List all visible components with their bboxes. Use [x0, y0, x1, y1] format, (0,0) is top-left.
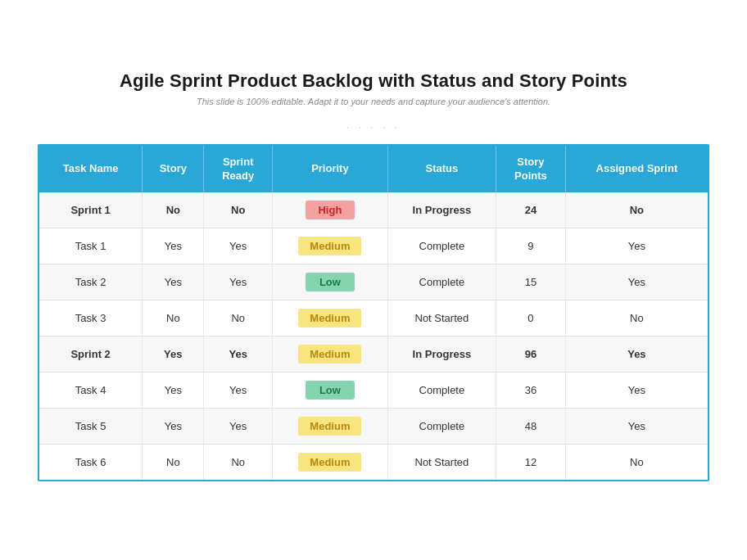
- cell-status: Complete: [387, 228, 496, 264]
- cell-status: Complete: [387, 373, 496, 409]
- table-row: Sprint 1NoNoHighIn Progress24No: [39, 192, 708, 228]
- cell-story-points: 48: [496, 409, 566, 445]
- cell-status: Not Started: [387, 445, 496, 481]
- divider: · · · · ·: [38, 121, 709, 133]
- cell-sprint-ready: No: [204, 300, 273, 336]
- cell-story: No: [143, 300, 204, 336]
- cell-priority: Medium: [273, 228, 388, 264]
- page-title: Agile Sprint Product Backlog with Status…: [38, 70, 709, 92]
- cell-priority: High: [273, 192, 388, 228]
- table-wrapper: Task Name Story SprintReady Priority Sta…: [38, 144, 709, 482]
- cell-task: Task 4: [39, 373, 143, 409]
- table-row: Task 3NoNoMediumNot Started0No: [39, 300, 708, 336]
- cell-status: In Progress: [387, 336, 496, 373]
- cell-story-points: 24: [496, 192, 566, 228]
- col-header-assigned-sprint: Assigned Sprint: [565, 146, 708, 193]
- cell-task: Task 2: [39, 264, 143, 300]
- cell-priority: Medium: [273, 300, 388, 336]
- cell-story: No: [143, 445, 204, 481]
- table-header-row: Task Name Story SprintReady Priority Sta…: [39, 146, 708, 193]
- cell-status: In Progress: [387, 192, 496, 228]
- cell-assigned-sprint: No: [565, 300, 708, 336]
- cell-priority: Medium: [273, 445, 388, 481]
- priority-badge: High: [306, 201, 355, 219]
- cell-assigned-sprint: Yes: [565, 336, 708, 373]
- cell-task: Sprint 2: [39, 336, 143, 373]
- table-row: Sprint 2YesYesMediumIn Progress96Yes: [39, 336, 708, 373]
- page-subtitle: This slide is 100% editable. Adapt it to…: [38, 97, 709, 106]
- table-row: Task 4YesYesLowComplete36Yes: [39, 373, 708, 409]
- cell-task: Sprint 1: [39, 192, 143, 228]
- cell-task: Task 3: [39, 300, 143, 336]
- cell-story: Yes: [143, 336, 204, 373]
- cell-sprint-ready: Yes: [204, 336, 273, 373]
- cell-task: Task 1: [39, 228, 143, 264]
- slide: Agile Sprint Product Backlog with Status…: [13, 54, 734, 507]
- cell-story-points: 96: [496, 336, 566, 373]
- cell-story: Yes: [143, 228, 204, 264]
- cell-sprint-ready: Yes: [204, 409, 273, 445]
- cell-assigned-sprint: Yes: [565, 264, 708, 300]
- cell-task: Task 6: [39, 445, 143, 481]
- cell-sprint-ready: No: [204, 445, 273, 481]
- cell-sprint-ready: Yes: [204, 228, 273, 264]
- cell-assigned-sprint: Yes: [565, 409, 708, 445]
- cell-sprint-ready: No: [204, 192, 273, 228]
- cell-assigned-sprint: Yes: [565, 228, 708, 264]
- cell-assigned-sprint: No: [565, 445, 708, 481]
- col-header-status: Status: [387, 146, 496, 193]
- cell-priority: Medium: [273, 409, 388, 445]
- col-header-story: Story: [143, 146, 204, 193]
- cell-assigned-sprint: Yes: [565, 373, 708, 409]
- cell-story-points: 12: [496, 445, 566, 481]
- cell-story-points: 36: [496, 373, 566, 409]
- table-row: Task 5YesYesMediumComplete48Yes: [39, 409, 708, 445]
- col-header-task: Task Name: [39, 146, 143, 193]
- table-row: Task 6NoNoMediumNot Started12No: [39, 445, 708, 481]
- table-row: Task 2YesYesLowComplete15Yes: [39, 264, 708, 300]
- priority-badge: Medium: [298, 345, 361, 364]
- cell-priority: Low: [273, 373, 388, 409]
- priority-badge: Medium: [298, 309, 361, 327]
- cell-story-points: 0: [496, 300, 566, 336]
- backlog-table: Task Name Story SprintReady Priority Sta…: [39, 146, 708, 481]
- cell-task: Task 5: [39, 409, 143, 445]
- cell-priority: Low: [273, 264, 388, 300]
- cell-story-points: 9: [496, 228, 566, 264]
- cell-story: No: [143, 192, 204, 228]
- cell-story: Yes: [143, 373, 204, 409]
- cell-sprint-ready: Yes: [204, 373, 273, 409]
- priority-badge: Low: [306, 381, 355, 400]
- table-row: Task 1YesYesMediumComplete9Yes: [39, 228, 708, 264]
- priority-badge: Medium: [298, 237, 361, 255]
- cell-sprint-ready: Yes: [204, 264, 273, 300]
- col-header-sprint-ready: SprintReady: [204, 146, 273, 193]
- cell-assigned-sprint: No: [565, 192, 708, 228]
- priority-badge: Medium: [298, 417, 361, 436]
- col-header-priority: Priority: [273, 146, 388, 193]
- cell-story-points: 15: [496, 264, 566, 300]
- cell-priority: Medium: [273, 336, 388, 373]
- cell-status: Complete: [387, 264, 496, 300]
- cell-status: Not Started: [387, 300, 496, 336]
- cell-story: Yes: [143, 264, 204, 300]
- priority-badge: Low: [306, 273, 355, 291]
- priority-badge: Medium: [298, 453, 361, 472]
- col-header-story-points: StoryPoints: [496, 146, 566, 193]
- cell-status: Complete: [387, 409, 496, 445]
- cell-story: Yes: [143, 409, 204, 445]
